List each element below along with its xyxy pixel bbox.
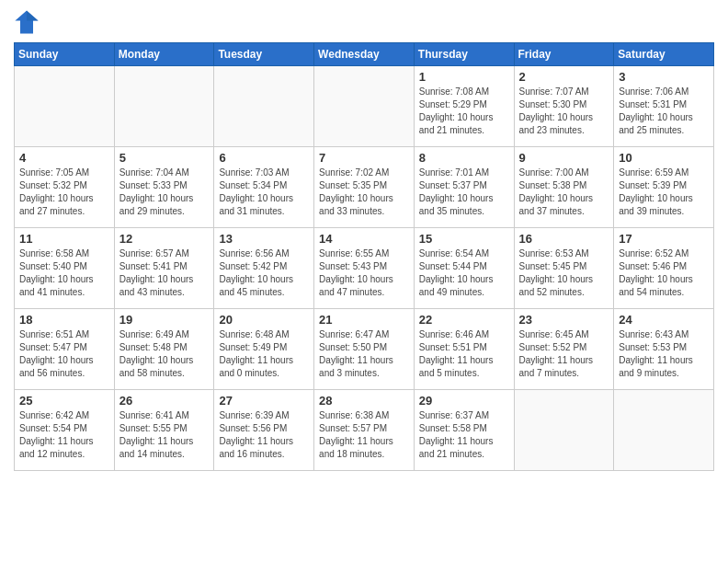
calendar-cell: 15Sunrise: 6:54 AM Sunset: 5:44 PM Dayli… <box>414 228 514 309</box>
calendar-cell: 25Sunrise: 6:42 AM Sunset: 5:54 PM Dayli… <box>15 390 115 471</box>
day-info: Sunrise: 7:03 AM Sunset: 5:34 PM Dayligh… <box>219 167 309 218</box>
calendar-cell: 8Sunrise: 7:01 AM Sunset: 5:37 PM Daylig… <box>414 147 514 228</box>
weekday-header: Friday <box>514 43 614 66</box>
calendar-cell: 19Sunrise: 6:49 AM Sunset: 5:48 PM Dayli… <box>114 309 214 390</box>
calendar-week-row: 18Sunrise: 6:51 AM Sunset: 5:47 PM Dayli… <box>15 309 714 390</box>
day-info: Sunrise: 7:04 AM Sunset: 5:33 PM Dayligh… <box>119 167 210 218</box>
day-number: 8 <box>419 151 509 165</box>
day-number: 1 <box>419 70 509 84</box>
day-info: Sunrise: 6:43 AM Sunset: 5:53 PM Dayligh… <box>619 328 709 380</box>
calendar-cell <box>514 390 614 471</box>
weekday-header: Sunday <box>15 43 115 66</box>
day-number: 7 <box>319 151 409 165</box>
calendar-cell: 23Sunrise: 6:45 AM Sunset: 5:52 PM Dayli… <box>514 309 614 390</box>
day-info: Sunrise: 6:52 AM Sunset: 5:46 PM Dayligh… <box>619 247 709 299</box>
logo-icon <box>14 9 40 35</box>
calendar-week-row: 4Sunrise: 7:05 AM Sunset: 5:32 PM Daylig… <box>15 147 714 228</box>
calendar-cell: 27Sunrise: 6:39 AM Sunset: 5:56 PM Dayli… <box>214 390 314 471</box>
day-number: 29 <box>419 394 509 408</box>
day-number: 15 <box>419 232 509 246</box>
calendar-table: SundayMondayTuesdayWednesdayThursdayFrid… <box>14 42 714 471</box>
calendar-cell: 5Sunrise: 7:04 AM Sunset: 5:33 PM Daylig… <box>114 147 214 228</box>
day-info: Sunrise: 6:42 AM Sunset: 5:54 PM Dayligh… <box>19 409 109 461</box>
day-info: Sunrise: 6:39 AM Sunset: 5:56 PM Dayligh… <box>219 409 309 461</box>
day-number: 23 <box>519 313 609 327</box>
calendar-cell: 26Sunrise: 6:41 AM Sunset: 5:55 PM Dayli… <box>114 390 214 471</box>
day-number: 13 <box>219 232 309 246</box>
calendar-cell: 11Sunrise: 6:58 AM Sunset: 5:40 PM Dayli… <box>15 228 115 309</box>
calendar-cell: 6Sunrise: 7:03 AM Sunset: 5:34 PM Daylig… <box>214 147 314 228</box>
calendar-cell: 3Sunrise: 7:06 AM Sunset: 5:31 PM Daylig… <box>614 66 714 147</box>
day-number: 9 <box>519 151 609 165</box>
calendar-cell: 17Sunrise: 6:52 AM Sunset: 5:46 PM Dayli… <box>614 228 714 309</box>
calendar-cell: 9Sunrise: 7:00 AM Sunset: 5:38 PM Daylig… <box>514 147 614 228</box>
day-number: 25 <box>19 394 109 408</box>
calendar-cell: 7Sunrise: 7:02 AM Sunset: 5:35 PM Daylig… <box>314 147 415 228</box>
day-info: Sunrise: 6:55 AM Sunset: 5:43 PM Dayligh… <box>319 247 409 299</box>
day-number: 24 <box>619 313 709 327</box>
weekday-header: Wednesday <box>314 43 415 66</box>
day-number: 28 <box>319 394 409 408</box>
calendar-cell <box>15 66 115 147</box>
calendar-cell: 13Sunrise: 6:56 AM Sunset: 5:42 PM Dayli… <box>214 228 314 309</box>
calendar-cell: 18Sunrise: 6:51 AM Sunset: 5:47 PM Dayli… <box>15 309 115 390</box>
calendar-cell: 10Sunrise: 6:59 AM Sunset: 5:39 PM Dayli… <box>614 147 714 228</box>
calendar-week-row: 25Sunrise: 6:42 AM Sunset: 5:54 PM Dayli… <box>15 390 714 471</box>
calendar-cell <box>314 66 415 147</box>
calendar-cell: 12Sunrise: 6:57 AM Sunset: 5:41 PM Dayli… <box>114 228 214 309</box>
weekday-header: Monday <box>114 43 214 66</box>
day-number: 4 <box>19 151 109 165</box>
day-number: 6 <box>219 151 309 165</box>
svg-marker-1 <box>27 10 39 20</box>
calendar-cell: 22Sunrise: 6:46 AM Sunset: 5:51 PM Dayli… <box>414 309 514 390</box>
day-number: 11 <box>19 232 109 246</box>
calendar-week-row: 11Sunrise: 6:58 AM Sunset: 5:40 PM Dayli… <box>15 228 714 309</box>
day-number: 14 <box>319 232 409 246</box>
day-number: 22 <box>419 313 509 327</box>
day-number: 2 <box>519 70 609 84</box>
day-number: 18 <box>19 313 109 327</box>
day-info: Sunrise: 6:47 AM Sunset: 5:50 PM Dayligh… <box>319 328 409 380</box>
day-number: 5 <box>119 151 210 165</box>
day-info: Sunrise: 7:00 AM Sunset: 5:38 PM Dayligh… <box>519 167 609 218</box>
calendar-cell: 1Sunrise: 7:08 AM Sunset: 5:29 PM Daylig… <box>414 66 514 147</box>
day-info: Sunrise: 6:54 AM Sunset: 5:44 PM Dayligh… <box>419 247 509 299</box>
calendar-cell <box>114 66 214 147</box>
calendar-cell: 2Sunrise: 7:07 AM Sunset: 5:30 PM Daylig… <box>514 66 614 147</box>
day-number: 12 <box>119 232 210 246</box>
calendar-cell <box>214 66 314 147</box>
day-info: Sunrise: 6:51 AM Sunset: 5:47 PM Dayligh… <box>19 328 109 380</box>
day-info: Sunrise: 6:49 AM Sunset: 5:48 PM Dayligh… <box>119 328 210 380</box>
day-number: 3 <box>619 70 709 84</box>
calendar-cell: 29Sunrise: 6:37 AM Sunset: 5:58 PM Dayli… <box>414 390 514 471</box>
day-info: Sunrise: 7:06 AM Sunset: 5:31 PM Dayligh… <box>619 86 709 137</box>
weekday-header: Tuesday <box>214 43 314 66</box>
calendar-week-row: 1Sunrise: 7:08 AM Sunset: 5:29 PM Daylig… <box>15 66 714 147</box>
calendar-cell: 21Sunrise: 6:47 AM Sunset: 5:50 PM Dayli… <box>314 309 415 390</box>
day-info: Sunrise: 6:59 AM Sunset: 5:39 PM Dayligh… <box>619 167 709 218</box>
day-info: Sunrise: 6:38 AM Sunset: 5:57 PM Dayligh… <box>319 409 409 461</box>
calendar-cell: 24Sunrise: 6:43 AM Sunset: 5:53 PM Dayli… <box>614 309 714 390</box>
day-info: Sunrise: 6:53 AM Sunset: 5:45 PM Dayligh… <box>519 247 609 299</box>
day-number: 27 <box>219 394 309 408</box>
calendar-cell: 28Sunrise: 6:38 AM Sunset: 5:57 PM Dayli… <box>314 390 415 471</box>
day-info: Sunrise: 7:05 AM Sunset: 5:32 PM Dayligh… <box>19 167 109 218</box>
day-number: 20 <box>219 313 309 327</box>
weekday-header: Thursday <box>414 43 514 66</box>
day-info: Sunrise: 6:46 AM Sunset: 5:51 PM Dayligh… <box>419 328 509 380</box>
calendar-cell: 4Sunrise: 7:05 AM Sunset: 5:32 PM Daylig… <box>15 147 115 228</box>
logo <box>14 9 43 35</box>
day-number: 26 <box>119 394 210 408</box>
day-number: 21 <box>319 313 409 327</box>
day-info: Sunrise: 7:07 AM Sunset: 5:30 PM Dayligh… <box>519 86 609 137</box>
day-info: Sunrise: 7:08 AM Sunset: 5:29 PM Dayligh… <box>419 86 509 137</box>
day-info: Sunrise: 6:57 AM Sunset: 5:41 PM Dayligh… <box>119 247 210 299</box>
day-info: Sunrise: 7:02 AM Sunset: 5:35 PM Dayligh… <box>319 167 409 218</box>
day-info: Sunrise: 6:37 AM Sunset: 5:58 PM Dayligh… <box>419 409 509 461</box>
page-header <box>14 9 714 35</box>
day-number: 17 <box>619 232 709 246</box>
day-info: Sunrise: 7:01 AM Sunset: 5:37 PM Dayligh… <box>419 167 509 218</box>
day-info: Sunrise: 6:45 AM Sunset: 5:52 PM Dayligh… <box>519 328 609 380</box>
day-info: Sunrise: 6:41 AM Sunset: 5:55 PM Dayligh… <box>119 409 210 461</box>
weekday-header: Saturday <box>614 43 714 66</box>
